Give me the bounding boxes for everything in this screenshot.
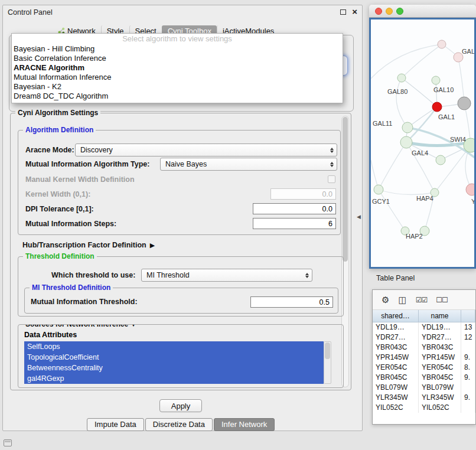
node-label: HAP4	[416, 195, 433, 202]
network-node[interactable]	[432, 76, 440, 84]
attribute-item[interactable]: TopologicalCoefficient	[24, 352, 324, 363]
attribute-item[interactable]: SelfLoops	[24, 341, 324, 352]
kernel-width-label: Kernel Width (0,1):	[25, 188, 90, 201]
control-panel-titlebar: Control Panel ×	[3, 5, 362, 19]
manual-kernel-checkbox	[328, 175, 335, 183]
table-cell: YBR045C	[419, 373, 461, 383]
which-threshold-select[interactable]: MI Threshold	[141, 269, 312, 282]
network-node[interactable]	[466, 184, 474, 195]
attributes-list-scrollbar[interactable]	[324, 341, 331, 384]
table-row[interactable]: YBR045CYBR045C9.	[373, 373, 475, 383]
table-row[interactable]: YDR27…YDR27…12	[373, 332, 475, 343]
network-node[interactable]	[402, 122, 413, 133]
control-panel-title: Control Panel	[8, 5, 53, 19]
combo-arrows-icon	[302, 273, 312, 278]
bottom-tab-infer-network[interactable]: Infer Network	[214, 418, 275, 431]
close-icon[interactable]: ×	[352, 6, 357, 17]
network-edge[interactable]	[379, 190, 435, 195]
network-node[interactable]	[458, 97, 471, 110]
table-cell	[461, 403, 475, 413]
columns-icon[interactable]: ◫	[398, 295, 406, 304]
dpi-tolerance-label: DPI Tolerance [0,1]:	[25, 203, 94, 216]
zoom-button[interactable]	[396, 8, 403, 15]
collapse-arrow-icon[interactable]: ▼	[131, 324, 136, 328]
node-label: GAL1	[438, 113, 455, 120]
algorithm-option[interactable]: Mutual Information Inference	[12, 73, 343, 82]
settings-group-title: Cyni Algorithm Settings	[15, 109, 100, 117]
table-cell: YDR27…	[373, 332, 419, 343]
network-node[interactable]	[438, 40, 446, 48]
minimized-panel-icon[interactable]	[4, 439, 12, 446]
table-toolbar: ⚙ ◫ ☑☑ ☐☐	[373, 290, 475, 310]
header-cell[interactable]	[461, 310, 475, 322]
table-cell: YBL079W	[373, 383, 419, 393]
network-node[interactable]	[400, 136, 412, 148]
table-row[interactable]: YIL052CYIL052C	[373, 403, 475, 413]
network-node[interactable]	[432, 102, 442, 112]
algorithm-option[interactable]: Dream8 DC_TDC Algorithm	[12, 92, 343, 101]
gear-icon[interactable]: ⚙	[382, 295, 389, 304]
hub-definition-label: Hub/Transcription Factor Definition	[22, 239, 146, 252]
select-unchecked-icon[interactable]: ☐☐	[436, 296, 448, 304]
algorithm-option[interactable]: Basic Correlation Inference	[12, 54, 343, 63]
table-row[interactable]: YER054CYER054C8.	[373, 363, 475, 373]
network-canvas[interactable]: GALGAL80GAL10GAL11GAL1SWI4GAL4GCY1HAP4HA…	[371, 19, 474, 267]
attribute-item[interactable]: BetweennessCentrality	[24, 363, 324, 373]
mi-threshold-group: MI Threshold Definition Mutual Informati…	[24, 288, 338, 314]
node-label: GCY1	[372, 198, 390, 205]
node-label: Y	[471, 198, 474, 205]
network-node[interactable]	[397, 74, 406, 82]
float-icon[interactable]	[340, 9, 346, 15]
which-threshold-value: MI Threshold	[142, 271, 302, 279]
network-edge[interactable]	[458, 57, 464, 103]
table-cell	[461, 383, 475, 393]
attribute-item[interactable]: gal4RGexp	[24, 373, 324, 384]
combo-arrows-icon	[327, 148, 337, 153]
header-cell[interactable]: name	[419, 310, 461, 322]
network-node[interactable]	[436, 155, 445, 165]
panel-collapse-handle[interactable]: ◀	[357, 214, 361, 220]
table-body: YDL19…YDL19…13YDR27…YDR27…12YBR043CYBR04…	[373, 322, 475, 424]
table-cell: YIL052C	[419, 403, 461, 413]
table-row[interactable]: YDL19…YDL19…13	[373, 322, 475, 332]
algorithm-option[interactable]: Bayesian - Hill Climbing	[12, 44, 343, 54]
bottom-tab-strip: Impute DataDiscretize DataInfer Network	[87, 418, 275, 431]
algorithm-option[interactable]: ARACNE Algorithm	[12, 63, 343, 73]
apply-button[interactable]: Apply	[159, 399, 202, 412]
mi-threshold-input[interactable]	[250, 296, 333, 308]
mi-type-select[interactable]: Naive Bayes	[160, 158, 337, 171]
table-row[interactable]: YPR145WYPR145W9.	[373, 353, 475, 363]
aracne-mode-select[interactable]: Discovery	[75, 144, 337, 156]
scrollbar-thumb[interactable]	[343, 117, 348, 262]
bottom-tab-discretize-data[interactable]: Discretize Data	[145, 418, 213, 431]
algorithm-option[interactable]: Bayesian - K2	[12, 82, 343, 92]
hub-definition-toggle[interactable]: Hub/Transcription Factor Definition ▶	[22, 239, 155, 252]
node-label: GAL10	[433, 86, 454, 93]
network-edge[interactable]	[402, 44, 442, 78]
table-row[interactable]: YLR345WYLR345W9.	[373, 393, 475, 403]
close-button[interactable]	[375, 8, 382, 15]
table-cell	[461, 343, 475, 353]
table-cell: YIL052C	[373, 403, 419, 413]
network-edge[interactable]	[379, 142, 406, 190]
table-row[interactable]: YBR043CYBR043C	[373, 343, 475, 353]
minimize-button[interactable]	[386, 8, 393, 15]
dpi-tolerance-input[interactable]	[253, 203, 336, 214]
which-threshold-label: Which threshold to use:	[51, 269, 135, 282]
header-cell[interactable]: shared…	[373, 310, 419, 322]
bottom-tab-impute-data[interactable]: Impute Data	[87, 418, 144, 431]
table-cell: 9.	[461, 353, 475, 363]
select-checked-icon[interactable]: ☑☑	[416, 296, 428, 304]
table-cell: 12	[461, 332, 475, 343]
network-edge[interactable]	[396, 78, 407, 128]
table-cell: 8.	[461, 363, 475, 373]
scrollbar-thumb[interactable]	[325, 343, 330, 359]
table-cell: YDL19…	[373, 322, 419, 332]
network-node[interactable]	[374, 185, 383, 194]
aracne-mode-value: Discovery	[76, 146, 327, 154]
algorithm-definition-group: Algorithm Definition Aracne Mode: Discov…	[18, 130, 341, 235]
network-edge[interactable]	[379, 190, 405, 231]
mi-steps-label: Mutual Information Steps:	[25, 217, 116, 230]
mi-steps-input[interactable]	[253, 218, 336, 229]
table-row[interactable]: YBL079WYBL079W	[373, 383, 475, 393]
